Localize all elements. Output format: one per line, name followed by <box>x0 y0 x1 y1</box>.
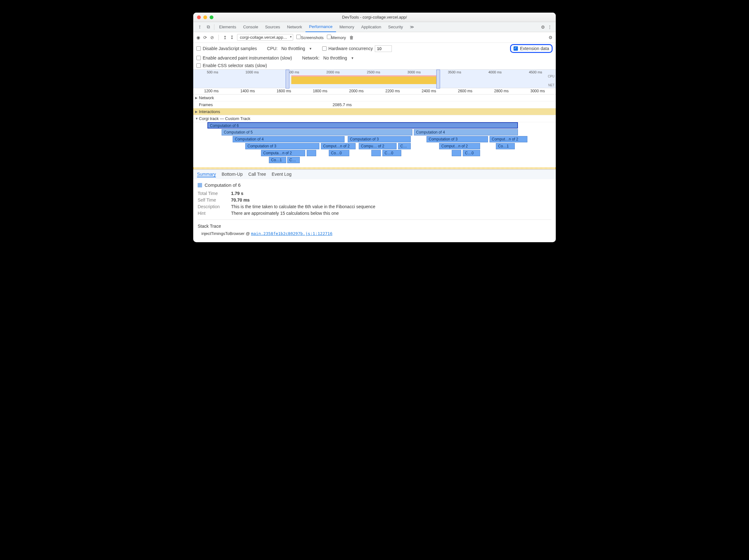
flame-bar[interactable]: Comput…n of 2 <box>439 143 480 149</box>
maximize-icon[interactable] <box>210 16 213 19</box>
tab-network[interactable]: Network <box>284 22 306 32</box>
time-ruler: 1200 ms1400 ms1600 ms1800 ms2000 ms2200 … <box>193 88 556 94</box>
flame-bar[interactable]: C… <box>287 157 300 163</box>
devtools-window: DevTools - corgi-collage.vercel.app/ ⟟ ⧉… <box>193 13 556 242</box>
titlebar[interactable]: DevTools - corgi-collage.vercel.app/ <box>193 13 556 22</box>
separator <box>218 35 219 40</box>
stack-frame: injectTimingsToBrowser @ main.2358fe1b2c… <box>198 231 551 236</box>
tab-sources[interactable]: Sources <box>262 22 284 32</box>
cpu-throttle[interactable]: CPU:No throttling▼ <box>267 46 312 51</box>
close-icon[interactable] <box>197 16 201 19</box>
flame-bar[interactable]: Compu… of 2 <box>359 143 397 149</box>
tab-application[interactable]: Application <box>358 22 385 32</box>
hint-value: There are approximately 15 calculations … <box>231 211 339 216</box>
disable-js-checkbox[interactable]: Disable JavaScript samples <box>196 46 257 51</box>
range-handle-right[interactable] <box>436 70 440 89</box>
tab-performance[interactable]: Performance <box>305 22 336 32</box>
flame-chart[interactable]: Computation of 6Computation of 5Computat… <box>193 122 556 170</box>
tab-call-tree[interactable]: Call Tree <box>249 172 266 177</box>
tabs-overflow-icon[interactable]: ≫ <box>406 22 418 32</box>
memory-checkbox[interactable]: Memory <box>327 35 346 40</box>
download-icon[interactable]: ↧ <box>230 35 234 40</box>
tab-event-log[interactable]: Event Log <box>272 172 292 177</box>
minimap-strip <box>193 167 556 169</box>
clear-icon[interactable]: ⊘ <box>210 35 214 40</box>
capture-settings-row2: Enable advanced paint instrumentation (s… <box>193 54 556 62</box>
flame-bar[interactable] <box>307 150 316 156</box>
source-link[interactable]: main.2358fe1b2c80297b.js:1:122716 <box>251 231 332 236</box>
flame-bar[interactable]: Computation of 4 <box>233 136 345 142</box>
chevron-down-icon: ▼ <box>351 57 354 60</box>
flame-bar[interactable]: C…0 <box>382 150 401 156</box>
hw-concurrency[interactable]: Hardware concurrency <box>322 45 392 52</box>
summary-panel: Computation of 6 Total Time1.79 s Self T… <box>193 179 556 242</box>
flame-bar[interactable]: Computation of 3 <box>427 136 488 142</box>
flame-bar[interactable]: C…0 <box>463 150 480 156</box>
paint-instr-checkbox[interactable]: Enable advanced paint instrumentation (s… <box>196 55 292 61</box>
timeline-overview[interactable]: 500 ms1000 ms1500 ms2000 ms2500 ms3000 m… <box>193 69 556 88</box>
flame-bar[interactable]: Co…1 <box>269 157 286 163</box>
track-interactions[interactable]: ▶Interactions <box>193 108 556 115</box>
inspect-icon[interactable]: ⟟ <box>195 24 204 29</box>
settings-gear-icon[interactable]: ⚙ <box>541 25 545 29</box>
network-throttle[interactable]: Network:No throttling▼ <box>302 55 354 61</box>
flame-bar[interactable]: Comput…n of 2 <box>490 136 528 142</box>
divider <box>198 220 551 220</box>
tab-security[interactable]: Security <box>385 22 406 32</box>
tab-memory[interactable]: Memory <box>336 22 358 32</box>
reload-icon[interactable]: ⟳ <box>203 35 207 40</box>
flame-bar[interactable]: Computation of 5 <box>221 129 412 135</box>
flame-bar[interactable]: Computation of 3 <box>245 143 319 149</box>
flame-bar[interactable]: Computa…n of 2 <box>261 150 305 156</box>
flame-bar[interactable]: C… <box>398 143 411 149</box>
capture-settings-icon[interactable]: ⚙ <box>549 35 553 40</box>
selected-event-title: Computation of 6 <box>198 182 551 188</box>
extension-data-checkbox[interactable] <box>514 46 518 51</box>
record-icon[interactable]: ◉ <box>196 35 200 40</box>
window-controls <box>197 16 213 19</box>
frame-duration: 2085.7 ms <box>333 103 352 107</box>
tab-elements[interactable]: Elements <box>216 22 240 32</box>
css-stats-checkbox[interactable]: Enable CSS selector stats (slow) <box>196 63 267 68</box>
flame-bar[interactable]: Computation of 3 <box>348 136 411 142</box>
color-swatch <box>198 183 202 187</box>
separator <box>214 24 214 30</box>
device-icon[interactable]: ⧉ <box>204 24 213 29</box>
total-time-value: 1.79 s <box>231 191 243 196</box>
flame-bar[interactable] <box>452 150 461 156</box>
overview-activity <box>291 75 436 84</box>
stack-trace-heading: Stack Trace <box>198 224 551 229</box>
extension-data-highlight[interactable]: Extension data <box>510 44 553 53</box>
flame-bar[interactable]: Computation of 6 <box>208 122 518 129</box>
window-title: DevTools - corgi-collage.vercel.app/ <box>342 15 407 20</box>
range-handle-left[interactable] <box>285 70 290 89</box>
minimize-icon[interactable] <box>203 16 207 19</box>
overview-ticks: 500 ms1000 ms1500 ms2000 ms2500 ms3000 m… <box>193 70 556 74</box>
chevron-down-icon: ▼ <box>309 47 312 50</box>
flame-bar[interactable]: Co…1 <box>496 143 515 149</box>
track-network[interactable]: ▶Network <box>193 94 556 102</box>
net-label: NET <box>548 84 555 87</box>
cpu-label: CPU <box>548 75 555 78</box>
garbage-icon[interactable]: 🗑 <box>349 35 354 40</box>
flame-bar[interactable] <box>371 150 381 156</box>
capture-settings-row1: Disable JavaScript samples CPU:No thrott… <box>193 43 556 54</box>
page-selector[interactable]: corgi-collage.vercel.app… <box>237 34 293 41</box>
track-corgi[interactable]: ▼Corgi track — Custom Track <box>193 115 556 122</box>
screenshots-checkbox[interactable]: Screenshots <box>296 35 323 40</box>
tab-console[interactable]: Console <box>240 22 262 32</box>
panel-tabbar: ⟟ ⧉ Elements Console Sources Network Per… <box>193 22 556 32</box>
description-value: This is the time taken to calculate the … <box>231 204 376 209</box>
flame-bar[interactable]: Co…0 <box>329 150 349 156</box>
track-frames[interactable]: Frames2085.7 ms <box>193 102 556 108</box>
upload-icon[interactable]: ↥ <box>223 35 227 40</box>
kebab-icon[interactable]: ⋮ <box>548 25 552 29</box>
tab-bottom-up[interactable]: Bottom-Up <box>221 172 243 177</box>
hw-concurrency-input[interactable] <box>375 45 392 52</box>
flame-bar[interactable]: Comput…n of 2 <box>321 143 356 149</box>
memory-label: Memory <box>331 35 346 40</box>
tab-summary[interactable]: Summary <box>197 172 216 177</box>
perf-toolbar: ◉ ⟳ ⊘ ↥ ↧ corgi-collage.vercel.app… Scre… <box>193 32 556 43</box>
flame-bar[interactable]: Computation of 4 <box>414 129 518 135</box>
detail-tabbar: Summary Bottom-Up Call Tree Event Log <box>193 170 556 179</box>
